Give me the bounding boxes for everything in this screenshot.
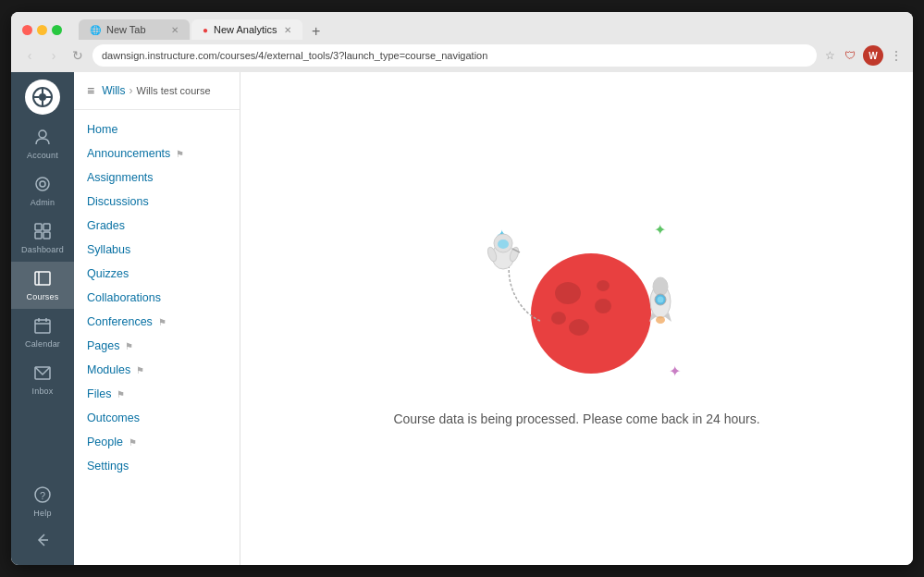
files-link: Files — [87, 387, 111, 400]
svg-point-6 — [39, 130, 46, 138]
people-badge: ⚑ — [129, 437, 137, 448]
minimize-button[interactable] — [37, 25, 47, 35]
course-nav-grades[interactable]: Grades — [74, 214, 240, 238]
breadcrumb: Wills › Wills test course — [102, 84, 210, 97]
star-top-left: ✦ — [496, 227, 508, 244]
star-bottom-right: ✦ — [669, 362, 681, 380]
svg-rect-15 — [35, 320, 50, 333]
help-icon: ? — [33, 485, 52, 507]
processing-message: ✦ ✦ ✦ — [393, 212, 759, 426]
course-nav-syllabus[interactable]: Syllabus — [74, 238, 240, 262]
refresh-button[interactable]: ↻ — [68, 46, 87, 65]
course-nav-discussions[interactable]: Discussions — [74, 190, 240, 214]
sidebar-item-inbox[interactable]: Inbox — [11, 356, 74, 403]
breadcrumb-separator: › — [129, 84, 133, 97]
toolbar-icons: ☆ 🛡 W ⋮ — [822, 45, 904, 66]
course-nav-settings[interactable]: Settings — [74, 454, 240, 478]
course-nav-outcomes[interactable]: Outcomes — [74, 406, 240, 430]
sidebar-item-courses[interactable]: Courses — [11, 262, 74, 309]
svg-point-39 — [486, 246, 498, 263]
calendar-label: Calendar — [25, 339, 60, 349]
account-label: Account — [27, 151, 58, 160]
sidebar-item-help[interactable]: ? Help — [11, 478, 74, 525]
back-button[interactable]: ‹ — [20, 46, 39, 65]
breadcrumb-course: Wills test course — [137, 85, 211, 96]
tab-new-analytics[interactable]: ● New Analytics ✕ — [191, 19, 302, 40]
courses-icon — [33, 269, 52, 290]
tab-favicon-1: 🌐 — [90, 25, 101, 35]
course-nav-pages[interactable]: Pages ⚑ — [74, 334, 240, 358]
course-sidebar-header: ≡ Wills › Wills test course — [74, 72, 240, 110]
course-nav-conferences[interactable]: Conferences ⚑ — [74, 310, 240, 334]
pages-link: Pages — [87, 339, 119, 352]
syllabus-link: Syllabus — [87, 243, 130, 256]
svg-marker-34 — [664, 313, 671, 322]
hamburger-icon[interactable]: ≡ — [87, 83, 94, 98]
processing-text: Course data is being processed. Please c… — [393, 411, 759, 426]
tab-label-1: New Tab — [106, 24, 146, 35]
course-nav-modules[interactable]: Modules ⚑ — [74, 358, 240, 382]
home-link: Home — [87, 123, 117, 136]
address-input[interactable] — [92, 44, 817, 67]
pages-badge: ⚑ — [125, 341, 133, 351]
sidebar-item-dashboard[interactable]: Dashboard — [11, 215, 74, 262]
sidebar-item-account[interactable]: Account — [11, 120, 74, 167]
sidebar-item-admin[interactable]: Admin — [11, 167, 74, 215]
new-tab-button[interactable]: + — [308, 23, 324, 40]
dashboard-label: Dashboard — [21, 245, 64, 254]
grades-link: Grades — [87, 219, 125, 232]
breadcrumb-wills[interactable]: Wills — [102, 84, 125, 97]
course-nav-list: Home Announcements ⚑ Assignments Discuss… — [74, 110, 240, 485]
svg-point-24 — [555, 282, 581, 304]
forward-button[interactable]: › — [44, 46, 63, 65]
svg-point-35 — [656, 316, 665, 324]
modules-badge: ⚑ — [136, 365, 144, 375]
course-nav-people[interactable]: People ⚑ — [74, 430, 240, 454]
svg-marker-33 — [649, 313, 657, 322]
svg-point-31 — [655, 294, 666, 305]
app-container: Account Admin — [11, 72, 913, 565]
files-badge: ⚑ — [117, 389, 125, 399]
collapse-button[interactable] — [28, 525, 57, 558]
account-icon — [33, 128, 52, 149]
calendar-icon — [33, 316, 52, 338]
profile-avatar[interactable]: W — [863, 45, 883, 66]
svg-rect-10 — [43, 224, 50, 230]
course-nav-assignments[interactable]: Assignments — [74, 166, 240, 190]
svg-rect-9 — [35, 224, 42, 230]
course-nav-files[interactable]: Files ⚑ — [74, 382, 240, 406]
star-icon[interactable]: ☆ — [822, 48, 837, 63]
canvas-logo — [25, 80, 60, 115]
course-nav-quizzes[interactable]: Quizzes — [74, 262, 240, 286]
browser-tabs: 🌐 New Tab ✕ ● New Analytics ✕ + — [79, 19, 324, 40]
svg-point-29 — [650, 285, 671, 318]
svg-text:?: ? — [40, 490, 45, 501]
course-nav-collaborations[interactable]: Collaborations — [74, 286, 240, 310]
course-sidebar: ≡ Wills › Wills test course Home Announc… — [74, 72, 240, 565]
admin-icon — [33, 175, 52, 196]
svg-rect-12 — [43, 232, 50, 239]
menu-icon[interactable]: ⋮ — [889, 48, 904, 63]
svg-line-41 — [512, 249, 520, 252]
address-bar-row: ‹ › ↻ ☆ 🛡 W ⋮ — [11, 40, 913, 72]
svg-point-28 — [551, 312, 566, 325]
admin-label: Admin — [31, 198, 55, 207]
maximize-button[interactable] — [52, 25, 62, 35]
illustration: ✦ ✦ ✦ — [448, 212, 707, 397]
announcements-badge: ⚑ — [176, 149, 184, 159]
tab-close-2[interactable]: ✕ — [284, 25, 291, 35]
sidebar-item-calendar[interactable]: Calendar — [11, 309, 74, 356]
people-link: People — [87, 436, 123, 448]
tab-new-tab[interactable]: 🌐 New Tab ✕ — [79, 19, 190, 40]
course-nav-home[interactable]: Home — [74, 117, 240, 141]
svg-point-8 — [40, 181, 45, 187]
close-button[interactable] — [22, 25, 32, 35]
courses-label: Courses — [27, 292, 59, 301]
browser-chrome: 🌐 New Tab ✕ ● New Analytics ✕ + ‹ › ↻ ☆ … — [11, 12, 913, 72]
tab-label-2: New Analytics — [214, 24, 277, 35]
course-nav-announcements[interactable]: Announcements ⚑ — [74, 141, 240, 166]
shield-icon[interactable]: 🛡 — [843, 48, 857, 63]
title-bar: 🌐 New Tab ✕ ● New Analytics ✕ + — [11, 12, 913, 40]
outcomes-link: Outcomes — [87, 411, 140, 424]
tab-close-1[interactable]: ✕ — [171, 25, 179, 35]
